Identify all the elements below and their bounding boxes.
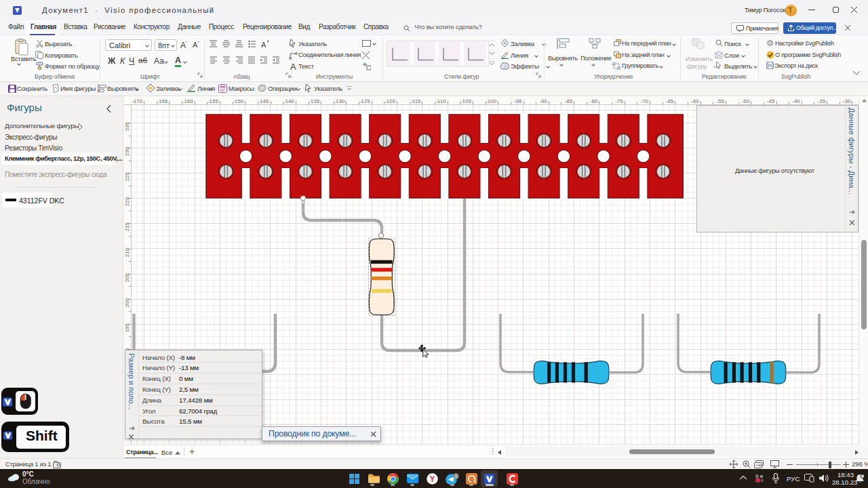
svg-text:А: А xyxy=(261,41,267,48)
svg-text:1: 1 xyxy=(455,474,458,479)
svg-text:Y: Y xyxy=(430,474,435,484)
